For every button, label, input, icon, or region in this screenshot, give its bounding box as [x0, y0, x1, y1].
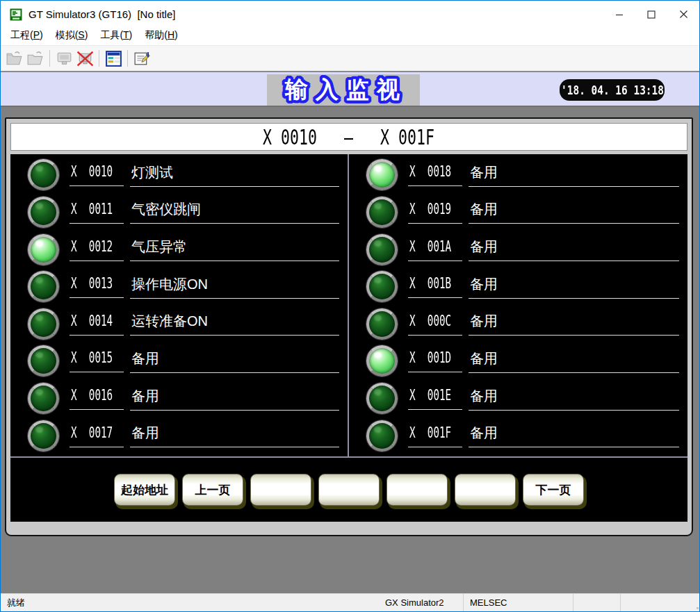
lamp-indicator-icon: [28, 345, 59, 377]
device-label: 备用: [469, 349, 679, 373]
status-empty-1: [573, 594, 620, 611]
device-address: X 001E: [408, 387, 462, 410]
status-plc-type: MELSEC: [463, 594, 573, 611]
lamp-row: X 0016 备用: [10, 381, 348, 416]
lamp-column-right: X 0018 备用 X 0019 备用 X 001A 备用 X 001B 备用 …: [349, 154, 687, 456]
device-label: 运转准备ON: [130, 312, 339, 336]
device-address: X 0018: [408, 163, 462, 186]
lamp-row: X 0013 操作电源ON: [10, 270, 348, 304]
lamp-indicator-icon: [28, 234, 59, 265]
status-simulator: GX Simulator2: [381, 594, 463, 611]
device-address: X 0011: [70, 201, 124, 224]
device-address: X 0016: [70, 387, 124, 410]
lamp-indicator-icon: [366, 383, 398, 414]
device-address: X 0017: [70, 424, 124, 447]
lamp-indicator-icon: [366, 271, 398, 302]
menu-item-t[interactable]: 工具(T): [94, 28, 138, 44]
stop-monitor-icon[interactable]: [74, 48, 95, 69]
device-label: 气密仪跳闸: [130, 200, 339, 224]
device-label: 备用: [130, 424, 339, 447]
lamp-row: X 0015 备用: [10, 344, 348, 379]
lamp-row: X 001B 备用: [349, 270, 687, 304]
device-address: X 001A: [408, 238, 462, 261]
status-empty-2: [620, 594, 699, 611]
device-address: X 0015: [70, 349, 124, 372]
device-address: X 000C: [408, 313, 462, 336]
lamp-row: X 001F 备用: [349, 418, 687, 453]
lamp-row: X 000C 备用: [349, 306, 687, 341]
device-address: X 001D: [408, 349, 462, 372]
device-label: 备用: [469, 275, 679, 299]
device-label: 备用: [469, 312, 679, 336]
open-project-icon[interactable]: [4, 48, 25, 69]
lamp-indicator-icon: [28, 383, 59, 414]
toolbar-separator: [99, 50, 99, 67]
address-range-header: X 0010 – X 001F: [10, 123, 687, 151]
menu-bar: 工程(P)模拟(S)工具(T)帮助(H): [1, 28, 699, 45]
lamp-row: X 001A 备用: [349, 232, 687, 267]
monitor-panel: X 0010 – X 001F X 0010 灯测试 X 0011 气密仪跳闸 …: [5, 117, 693, 536]
start-monitor-icon[interactable]: [54, 48, 74, 69]
lamp-indicator-icon: [366, 345, 398, 377]
hmi-function-key-3[interactable]: [250, 474, 311, 506]
hmi-screen: 输入监视 '18. 04. 16 13:18 X 0010 – X 001F X…: [1, 71, 699, 593]
lamp-indicator-icon: [366, 234, 398, 265]
device-monitor-icon[interactable]: [103, 48, 124, 69]
menu-item-s[interactable]: 模拟(S): [49, 28, 95, 44]
lamp-indicator-icon: [28, 197, 59, 228]
lamp-row: X 0014 运转准备ON: [10, 306, 348, 341]
lamp-row: X 0017 备用: [10, 418, 348, 453]
hmi-function-key-5[interactable]: [386, 474, 448, 506]
device-address: X 0012: [70, 238, 124, 261]
lamp-indicator-icon: [28, 308, 59, 340]
device-label: 气压异常: [130, 238, 339, 261]
device-label: 备用: [130, 349, 339, 373]
device-address: X 001B: [408, 275, 462, 298]
device-address: X 001F: [408, 424, 462, 447]
device-label: 备用: [469, 424, 679, 447]
close-button[interactable]: [667, 1, 699, 28]
device-label: 备用: [469, 238, 679, 261]
lamp-indicator-icon: [366, 197, 398, 228]
lamp-indicator-icon: [28, 271, 59, 302]
hmi-function-key-7[interactable]: 下一页: [523, 474, 584, 506]
monitor-body: X 0010 灯测试 X 0011 气密仪跳闸 X 0012 气压异常 X 00…: [10, 154, 687, 522]
hmi-function-key-6[interactable]: [455, 474, 516, 506]
lamp-indicator-icon: [28, 420, 59, 452]
lamp-indicator-icon: [366, 420, 398, 452]
resize-grip-icon[interactable]: [696, 608, 697, 609]
device-address: X 0013: [70, 275, 124, 298]
device-label: 备用: [469, 200, 679, 224]
toolbar-separator: [49, 50, 50, 67]
option-icon[interactable]: [131, 48, 152, 69]
hmi-function-key-1[interactable]: 起始地址: [114, 474, 175, 506]
open-folder-icon[interactable]: [25, 48, 46, 69]
lamp-indicator-icon: [366, 159, 398, 190]
screen-title: 输入监视: [279, 74, 407, 106]
hmi-function-key-4[interactable]: [318, 474, 380, 506]
lamp-grid: X 0010 灯测试 X 0011 气密仪跳闸 X 0012 气压异常 X 00…: [10, 154, 687, 456]
lamp-row: X 0019 备用: [349, 195, 687, 229]
lamp-row: X 001D 备用: [349, 344, 687, 379]
lamp-indicator-icon: [28, 159, 59, 190]
toolbar: [1, 45, 699, 71]
device-label: 操作电源ON: [130, 275, 339, 299]
lamp-row: X 0010 灯测试: [10, 158, 348, 192]
lamp-row: X 0011 气密仪跳闸: [10, 195, 348, 229]
menu-item-p[interactable]: 工程(P): [4, 28, 49, 44]
minimize-button[interactable]: [603, 1, 635, 28]
hmi-header-strip: 输入监视 '18. 04. 16 13:18: [1, 71, 699, 107]
lamp-row: X 0018 备用: [349, 158, 687, 192]
lamp-row: X 001E 备用: [349, 381, 687, 416]
window-title: GT Simulator3 (GT16) [No title]: [29, 8, 175, 20]
hmi-function-key-2[interactable]: 上一页: [182, 474, 243, 506]
device-label: 灯测试: [130, 163, 339, 187]
status-bar: 就绪 GX Simulator2 MELSEC: [1, 593, 699, 611]
device-address: X 0019: [408, 201, 462, 224]
device-label: 备用: [130, 387, 339, 411]
menu-item-h[interactable]: 帮助(H): [138, 28, 184, 44]
maximize-button[interactable]: [635, 1, 667, 28]
device-label: 备用: [469, 163, 679, 187]
title-bar: GT Simulator3 (GT16) [No title]: [1, 1, 699, 28]
hmi-title-box: 输入监视: [267, 74, 420, 106]
